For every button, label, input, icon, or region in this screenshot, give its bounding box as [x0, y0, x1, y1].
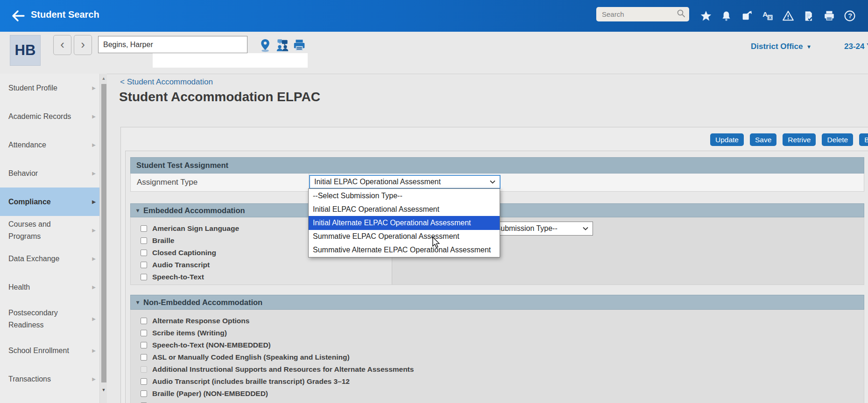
global-search[interactable] — [596, 7, 689, 21]
option-initial-alternate-elpac[interactable]: Initial Alternate ELPAC Operational Asse… — [309, 216, 500, 229]
chevron-right-icon: ▶ — [92, 224, 96, 236]
save-button[interactable]: Save — [750, 133, 776, 146]
prev-student-button[interactable]: ‹ — [53, 35, 71, 55]
notifications-bell-icon[interactable] — [720, 10, 733, 22]
checkbox-row: Braille (Paper) (NON-EMBEDDED) — [141, 388, 864, 400]
name-suggestion-panel — [153, 53, 308, 68]
chevron-down-icon — [583, 227, 588, 230]
favorites-star-icon[interactable] — [699, 10, 712, 22]
breadcrumb-student-accommodation[interactable]: < Student Accommodation — [120, 77, 213, 87]
chevron-right-icon: ▶ — [92, 373, 96, 385]
checkbox-row: Alternate Response Options — [141, 315, 864, 327]
content-card: Update Save Retrive Delete Back Student … — [120, 127, 868, 403]
chevron-down-icon — [490, 180, 495, 184]
checkbox-row: ASL or Manually Coded English (Speaking … — [141, 351, 864, 363]
checkbox-audio-transcript-grades-3-12[interactable] — [141, 378, 147, 385]
page-header-title: Student Search — [31, 9, 99, 20]
svg-text:?: ? — [848, 12, 852, 20]
chevron-right-icon: ▶ — [92, 281, 96, 293]
checkbox-alternate-response-options[interactable] — [141, 318, 147, 324]
checkbox-braille[interactable] — [141, 237, 147, 244]
update-button[interactable]: Update — [710, 133, 744, 146]
help-icon[interactable]: ? — [843, 10, 856, 22]
retrive-button[interactable]: Retrive — [783, 133, 816, 146]
page-title: Student Accommodation ELPAC — [119, 90, 320, 104]
assignment-type-select[interactable]: Initial ELPAC Operational Assessment — [309, 175, 501, 189]
chevron-right-icon: ▶ — [92, 313, 96, 325]
student-bar: HB ‹ › District Office ▾ 23-24 Year — [0, 32, 868, 74]
warning-icon[interactable] — [782, 10, 794, 22]
action-buttons: Update Save Retrive Delete Back — [710, 133, 868, 146]
delete-button[interactable]: Delete — [822, 133, 853, 146]
non-embedded-checkbox-list: Alternate Response Options Scribe items … — [130, 310, 864, 403]
option-select-submission-type[interactable]: --Select Submission Type-- — [309, 189, 500, 202]
back-arrow-icon[interactable] — [8, 7, 27, 25]
sidebar-item-data-exchange[interactable]: Data Exchange▶ — [0, 244, 99, 273]
chevron-right-icon: ▶ — [92, 196, 96, 208]
checkbox-speech-to-text-non-embedded[interactable] — [141, 342, 147, 348]
sidebar-scrollbar[interactable]: ▲ ▼ — [99, 74, 107, 403]
chevron-down-icon: ▾ — [807, 43, 810, 50]
collapse-triangle-icon: ▾ — [136, 299, 139, 306]
checkbox-braille-paper-non-embedded[interactable] — [141, 390, 147, 397]
chevron-right-icon: ▶ — [92, 345, 96, 357]
checkbox-row: Audio Transcript — [141, 259, 392, 271]
school-selector[interactable]: District Office ▾ — [751, 42, 811, 51]
section-header-non-embedded-accommodation[interactable]: ▾ Non-Embedded Accommodation — [130, 295, 864, 310]
option-summative-elpac[interactable]: Summative ELPAC Operational Assessment — [309, 230, 500, 243]
student-avatar: HB — [10, 35, 41, 66]
chevron-right-icon: ▶ — [92, 111, 96, 123]
scroll-up-icon[interactable]: ▲ — [100, 74, 107, 83]
print-student-icon[interactable] — [292, 38, 307, 53]
svg-text:x: x — [769, 15, 771, 20]
assignment-type-selected-value: Initial ELPAC Operational Assessment — [314, 178, 441, 186]
sidebar-item-postsecondary-readiness[interactable]: Postsecondary Readiness▶ — [0, 301, 99, 336]
sidebar-item-compliance[interactable]: Compliance▶ — [0, 188, 99, 216]
collapse-triangle-icon: ▾ — [136, 207, 139, 214]
checkbox-row: Audio Transcript (includes braille trans… — [141, 375, 864, 388]
student-groups-icon[interactable] — [275, 38, 290, 53]
option-initial-elpac[interactable]: Initial ELPAC Operational Assessment — [309, 202, 500, 216]
checkbox-asl-or-manually-coded-english[interactable] — [141, 354, 147, 361]
top-icon-bar: Ax ? — [699, 0, 856, 32]
scrollbar-thumb[interactable] — [101, 84, 106, 382]
checkbox-speech-to-text[interactable] — [141, 274, 147, 280]
checkbox-american-sign-language[interactable] — [141, 225, 147, 232]
back-button[interactable]: Back — [859, 133, 868, 146]
sidebar-item-behavior[interactable]: Behavior▶ — [0, 159, 99, 188]
checkbox-row: Speech-to-Text — [141, 271, 392, 283]
sidebar-item-courses-and-programs[interactable]: Courses and Programs▶ — [0, 216, 99, 244]
school-year-label[interactable]: 23-24 Year — [844, 42, 868, 51]
print-icon[interactable] — [823, 10, 835, 22]
sidebar-item-student-profile[interactable]: Student Profile▶ — [0, 74, 99, 102]
assignment-type-label: Assignment Type — [137, 178, 198, 187]
assignment-type-dropdown-list: --Select Submission Type-- Initial ELPAC… — [308, 188, 500, 257]
checkbox-additional-instructional-supports[interactable] — [141, 366, 147, 373]
translate-icon[interactable]: Ax — [761, 10, 774, 22]
checkbox-row: Speech-to-Text (NON-EMBEDDED) — [141, 339, 864, 351]
search-input[interactable] — [601, 10, 677, 19]
chevron-right-icon: ▶ — [92, 82, 96, 94]
checkbox-scribe-items[interactable] — [141, 330, 147, 336]
top-bar: Student Search Ax ? — [0, 0, 868, 32]
svg-text:A: A — [762, 10, 768, 18]
sidebar-item-school-enrollment[interactable]: School Enrollment▶ — [0, 336, 99, 365]
search-icon[interactable] — [677, 9, 685, 20]
option-summative-alternate-elpac[interactable]: Summative Alternate ELPAC Operational As… — [309, 243, 500, 257]
sidebar-item-transactions[interactable]: Transactions▶ — [0, 365, 99, 393]
chevron-right-icon: ▶ — [92, 167, 96, 180]
audit-document-icon[interactable] — [802, 10, 815, 22]
next-student-button[interactable]: › — [74, 35, 92, 55]
checkbox-row: Braille (NON-EMBEDDED) — [141, 400, 864, 403]
sidebar-item-health[interactable]: Health▶ — [0, 273, 99, 301]
checkbox-audio-transcript[interactable] — [141, 262, 147, 268]
location-pin-icon[interactable] — [258, 38, 273, 53]
sidebar-item-attendance[interactable]: Attendance▶ — [0, 131, 99, 159]
checkbox-closed-captioning[interactable] — [141, 250, 147, 256]
school-selector-label: District Office — [751, 42, 803, 51]
student-name-input[interactable] — [98, 36, 247, 53]
checkbox-row: Additional Instructional Supports and Re… — [141, 363, 864, 375]
compose-icon[interactable] — [741, 10, 753, 22]
sidebar-item-academic-records[interactable]: Academic Records▶ — [0, 102, 99, 131]
scroll-down-icon[interactable]: ▼ — [100, 385, 107, 395]
